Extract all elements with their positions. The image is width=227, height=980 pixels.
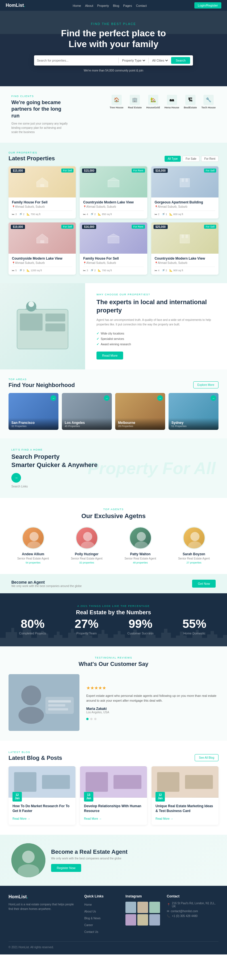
nav-property[interactable]: Property [97, 4, 109, 7]
property-meta-0: 🛏 3 🚿 2 📐 700 sq ft [12, 210, 72, 216]
blog-title-0: How To Do Market Research For To Get It … [13, 804, 71, 813]
footer-ql-4[interactable]: Contact Us [84, 930, 98, 934]
neighborhood-overlay-0: San Francisco 32 Properties [8, 418, 59, 430]
agent-card-1[interactable]: Polly Huzinger Senior Real Estate Agent … [62, 527, 111, 564]
svg-rect-40 [185, 775, 213, 789]
footer-address: 📍216 St Paul's Rd, London, N1 2LL, UK [167, 902, 219, 908]
become-agent-heading: Become an Agent [11, 580, 82, 584]
search-input[interactable] [37, 59, 116, 62]
footer-insta-2[interactable] [149, 902, 160, 913]
property-card-4[interactable]: $16,000 For Rent Family House For Sell A… [80, 223, 147, 275]
neighborhood-header: Top Areas Find Your Neighborhood Explore… [8, 378, 219, 388]
nav-about[interactable]: About [85, 4, 94, 7]
svg-rect-4 [186, 178, 188, 182]
neighborhoods-grid: San Francisco 32 Properties → Los Angele… [8, 393, 219, 430]
neighborhood-arrow-3[interactable]: → [211, 395, 216, 401]
footer-insta-4[interactable] [137, 914, 148, 926]
nav-dot-1[interactable] [90, 718, 92, 720]
stat-value-0: 80% [8, 618, 57, 630]
stat-3: 55% Home Domestic [170, 618, 219, 635]
neighborhood-3[interactable]: Sydney 51 Properties → [168, 393, 219, 430]
partners-desc: Give me some just your company any legal… [11, 121, 68, 134]
property-baths-2: 🚿 1 [162, 213, 167, 216]
property-beds-3: 🛏 5 [12, 269, 17, 272]
agent-card-2[interactable]: Patty Walton Senior Real Estate Agent 48… [116, 527, 165, 564]
property-price-1: $15,000 [82, 169, 96, 173]
neighborhood-0[interactable]: San Francisco 32 Properties → [8, 393, 59, 430]
footer-instagram: Instagram [125, 894, 160, 936]
property-card-5[interactable]: $25,000 For Sell Countryside Modern Lake… [151, 223, 219, 275]
experts-read-more[interactable]: Read More [97, 352, 123, 360]
property-meta-5: 🛏 4 🚿 2 📐 900 sq ft [155, 267, 215, 272]
property-name-5: Countryside Modern Lake View [155, 256, 215, 261]
neighborhood-city-1: Los Angeles [65, 421, 109, 425]
footer-insta-1[interactable] [137, 902, 148, 913]
blog-readmore-0[interactable]: Read More → [13, 817, 30, 820]
property-info-0: Family House For Sell Ahmad Suburb, Subu… [8, 197, 76, 218]
nav-pages[interactable]: Pages [123, 4, 132, 7]
property-beds-5: 🛏 4 [155, 269, 159, 272]
cta-btn-label: Search Links [11, 485, 98, 488]
become-agent-btn[interactable]: Get Now [192, 580, 216, 588]
svg-rect-3 [182, 178, 184, 182]
blog-readmore-2[interactable]: Read More → [156, 817, 173, 820]
neighborhood-arrow-2[interactable]: → [157, 395, 163, 401]
filter-rent[interactable]: For Rent [201, 156, 219, 162]
agent-card-3[interactable]: Sarah Boyzen Senior Real Estate Agent 27… [170, 527, 219, 564]
footer-insta-0[interactable] [125, 902, 136, 913]
property-card-1[interactable]: $15,000 For Rent Countryside Modern Lake… [80, 166, 147, 218]
testimonial-section: Testimonial Reviews What's Our Customer … [0, 646, 227, 741]
experts-point-0: Wide city locations [97, 331, 213, 336]
blog-date-0: 12 Jan [13, 792, 22, 802]
property-area-0: 📐 700 sq ft [27, 213, 41, 216]
footer-insta-3[interactable] [125, 914, 136, 926]
property-img-5: $25,000 For Sell [151, 223, 219, 254]
city-select[interactable]: All Cities [151, 59, 169, 62]
footer-ql-2[interactable]: Blog & News [84, 917, 100, 920]
filter-sale[interactable]: For Sale [183, 156, 200, 162]
svg-rect-7 [180, 235, 189, 243]
blog-card-1[interactable]: 13 Jan Develop Relationships With Human … [80, 766, 147, 825]
blog-content-1: Develop Relationships With Human Resourc… [80, 797, 147, 825]
agent-card-0[interactable]: Andew Allium Senior Real Estate Agent 54… [8, 527, 57, 564]
nav-dot-0[interactable] [86, 718, 89, 720]
property-card-3[interactable]: $19,000 For Sell Countryside Modern Lake… [8, 223, 76, 275]
nav-home[interactable]: Home [73, 4, 81, 7]
search-button[interactable]: Search [171, 57, 190, 64]
stat-label-0: Completed Projects [8, 632, 57, 635]
neighborhood-arrow-0[interactable]: → [51, 395, 56, 401]
footer-ql-1[interactable]: About Us [84, 910, 96, 913]
navbar: HomList. Home About Property Blog Pages … [0, 0, 227, 11]
nav-contact[interactable]: Contact [136, 4, 147, 7]
agent-cta-btn[interactable]: Register Now [51, 864, 81, 872]
nav-dot-2[interactable] [94, 718, 97, 720]
cta-arrow-button[interactable]: → [11, 473, 21, 483]
neighborhood-1[interactable]: Los Angeles 45 Properties → [62, 393, 112, 430]
filter-all[interactable]: All Type [165, 156, 181, 162]
property-type-select[interactable]: Property Type [121, 59, 146, 62]
nav-blog[interactable]: Blog [113, 4, 119, 7]
property-card-2[interactable]: $16,000 For Sell Gorgeous Apartment Buil… [151, 166, 219, 218]
experts-heading: The experts in local and international p… [97, 298, 213, 314]
blog-see-all-btn[interactable]: See All Blog [195, 754, 219, 761]
footer-ql-3[interactable]: Career [84, 924, 93, 927]
property-info-5: Countryside Modern Lake View Ahmad Subur… [151, 254, 219, 275]
neighborhood-explore-btn[interactable]: Explore More [193, 381, 219, 388]
blog-card-0[interactable]: 12 Jan How To Do Market Research For To … [8, 766, 76, 825]
property-card-0[interactable]: $15,000 For Sell Family House For Sell A… [8, 166, 76, 218]
svg-point-43 [17, 864, 39, 877]
property-img-2: $16,000 For Sell [151, 166, 219, 197]
svg-rect-30 [48, 704, 65, 706]
neighborhood-heading: Find Your Neighborhood [8, 382, 75, 388]
footer-ql-0[interactable]: Home [84, 903, 92, 906]
agent-props-2: 48 properties [116, 561, 165, 564]
neighborhood-2[interactable]: Melbourne 28 Properties → [115, 393, 165, 430]
neighborhood-arrow-1[interactable]: → [104, 395, 110, 401]
testimonial-heading: What's Our Customer Say [8, 661, 219, 667]
blog-readmore-1[interactable]: Read More → [84, 817, 102, 820]
footer-insta-5[interactable] [149, 914, 160, 926]
svg-point-15 [29, 301, 34, 307]
cta-content: Let's Find A Home Search PropertySmarter… [11, 448, 98, 488]
blog-card-2[interactable]: 12 Jan Unique Real Estate Marketing Idea… [151, 766, 219, 825]
login-button[interactable]: Login/Register [194, 2, 221, 8]
